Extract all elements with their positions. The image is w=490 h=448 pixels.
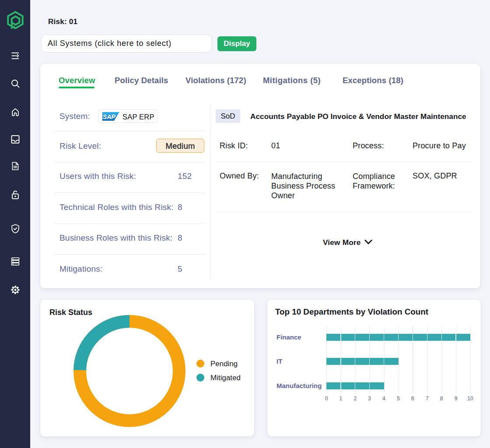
svg-text:SAP: SAP	[103, 113, 116, 120]
